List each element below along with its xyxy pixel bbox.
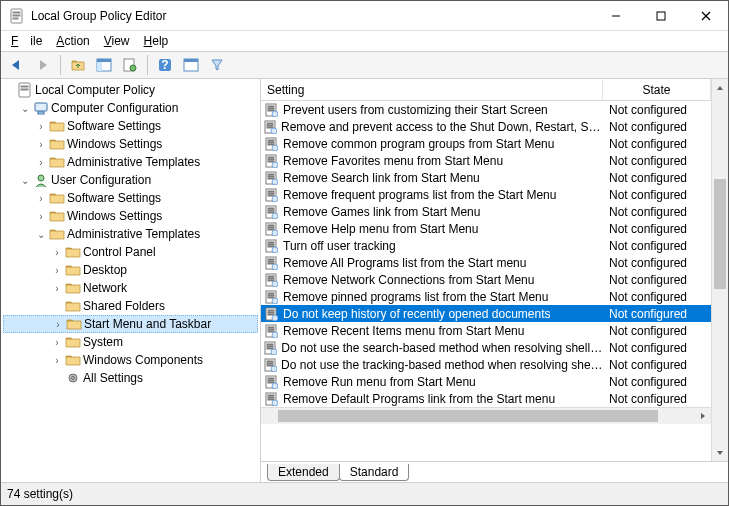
- folder-open-icon: [66, 316, 82, 332]
- help-button[interactable]: ?: [153, 54, 177, 76]
- collapse-icon[interactable]: ⌄: [35, 228, 47, 240]
- policy-row[interactable]: Remove frequent programs list from the S…: [261, 186, 711, 203]
- collapse-icon[interactable]: ⌄: [19, 174, 31, 186]
- svg-rect-32: [267, 125, 273, 126]
- expand-icon[interactable]: ›: [52, 318, 64, 330]
- tree-start-menu-taskbar[interactable]: ›Start Menu and Taskbar: [3, 315, 258, 333]
- tab-standard[interactable]: Standard: [339, 464, 410, 481]
- scroll-thumb[interactable]: [714, 179, 726, 289]
- tree-uc-admtemplates[interactable]: ⌄Administrative Templates: [3, 225, 258, 243]
- svg-point-109: [272, 383, 278, 389]
- svg-rect-62: [268, 227, 274, 228]
- policy-setting-icon: [263, 187, 279, 203]
- policy-row[interactable]: Remove Run menu from Start MenuNot confi…: [261, 373, 711, 390]
- expand-icon[interactable]: ›: [51, 282, 63, 294]
- policy-row[interactable]: Remove All Programs list from the Start …: [261, 254, 711, 271]
- policy-row[interactable]: Do not keep history of recently opened d…: [261, 305, 711, 322]
- tree-cc-admtemplates[interactable]: ›Administrative Templates: [3, 153, 258, 171]
- tree-windows-components[interactable]: ›Windows Components: [3, 351, 258, 369]
- vertical-scrollbar[interactable]: [711, 79, 728, 461]
- policy-state: Not configured: [603, 375, 711, 389]
- status-text: 74 setting(s): [7, 487, 73, 501]
- policy-row[interactable]: Do not use the tracking-based method whe…: [261, 356, 711, 373]
- menu-file[interactable]: Fdocument.currentScript.previousElementS…: [5, 33, 48, 49]
- expand-icon[interactable]: ›: [51, 336, 63, 348]
- tree-label: Windows Settings: [67, 137, 162, 151]
- policy-row[interactable]: Remove Network Connections from Start Me…: [261, 271, 711, 288]
- up-button[interactable]: [66, 54, 90, 76]
- minimize-button[interactable]: [593, 1, 638, 30]
- policy-row[interactable]: Remove common program groups from Start …: [261, 135, 711, 152]
- policy-row[interactable]: Remove Search link from Start MenuNot co…: [261, 169, 711, 186]
- tree-user-config[interactable]: ⌄ User Configuration: [3, 171, 258, 189]
- menu-help[interactable]: Help: [138, 33, 175, 49]
- tree-cc-windows[interactable]: ›Windows Settings: [3, 135, 258, 153]
- scroll-thumb[interactable]: [278, 410, 658, 422]
- policy-name: Remove Favorites menu from Start Menu: [283, 154, 503, 168]
- svg-rect-81: [268, 293, 274, 294]
- twist-icon[interactable]: [3, 84, 15, 96]
- policy-row[interactable]: Remove Help menu from Start MenuNot conf…: [261, 220, 711, 237]
- expand-icon[interactable]: ›: [51, 264, 63, 276]
- policy-name: Remove Search link from Start Menu: [283, 171, 480, 185]
- tree-control-panel[interactable]: ›Control Panel: [3, 243, 258, 261]
- expand-icon[interactable]: ›: [35, 192, 47, 204]
- properties-button[interactable]: [179, 54, 203, 76]
- scroll-down-arrow[interactable]: [712, 444, 728, 461]
- expand-icon[interactable]: ›: [35, 210, 47, 222]
- tree-system[interactable]: ›System: [3, 333, 258, 351]
- policy-name: Remove Games link from Start Menu: [283, 205, 480, 219]
- policy-name: Turn off user tracking: [283, 239, 396, 253]
- svg-point-74: [272, 264, 278, 270]
- forward-button[interactable]: [31, 54, 55, 76]
- tree-cc-software[interactable]: ›Software Settings: [3, 117, 258, 135]
- policy-row[interactable]: Remove Recent Items menu from Start Menu…: [261, 322, 711, 339]
- menu-action[interactable]: Action: [50, 33, 95, 49]
- expand-icon[interactable]: ›: [35, 156, 47, 168]
- policy-row[interactable]: Turn off user trackingNot configured: [261, 237, 711, 254]
- policy-row[interactable]: Remove pinned programs list from the Sta…: [261, 288, 711, 305]
- svg-point-114: [272, 400, 278, 406]
- tree-uc-software[interactable]: ›Software Settings: [3, 189, 258, 207]
- expand-icon[interactable]: ›: [51, 354, 63, 366]
- svg-rect-21: [38, 112, 44, 114]
- filter-button[interactable]: [205, 54, 229, 76]
- svg-rect-83: [268, 297, 274, 298]
- policy-row[interactable]: Prevent users from customizing their Sta…: [261, 101, 711, 118]
- horizontal-scrollbar[interactable]: [261, 407, 711, 424]
- show-hide-tree-button[interactable]: [92, 54, 116, 76]
- tree-uc-windows[interactable]: ›Windows Settings: [3, 207, 258, 225]
- policy-row[interactable]: Remove Favorites menu from Start MenuNot…: [261, 152, 711, 169]
- policy-row[interactable]: Remove Default Programs link from the St…: [261, 390, 711, 407]
- tree-desktop[interactable]: ›Desktop: [3, 261, 258, 279]
- svg-rect-103: [267, 365, 273, 366]
- expand-icon[interactable]: ›: [51, 246, 63, 258]
- policy-row[interactable]: Do not use the search-based method when …: [261, 339, 711, 356]
- policy-row[interactable]: Remove and prevent access to the Shut Do…: [261, 118, 711, 135]
- column-setting[interactable]: Setting: [261, 79, 603, 100]
- policy-row[interactable]: Remove Games link from Start MenuNot con…: [261, 203, 711, 220]
- svg-rect-1: [13, 12, 20, 13]
- column-state[interactable]: State: [603, 79, 711, 100]
- tree-network[interactable]: ›Network: [3, 279, 258, 297]
- tree-computer-config[interactable]: ⌄ Computer Configuration: [3, 99, 258, 117]
- tree-root[interactable]: Local Computer Policy: [3, 81, 258, 99]
- scroll-right-arrow[interactable]: [694, 408, 711, 424]
- tree-shared-folders[interactable]: Shared Folders: [3, 297, 258, 315]
- menu-view[interactable]: View: [98, 33, 136, 49]
- collapse-icon[interactable]: ⌄: [19, 102, 31, 114]
- tree-all-settings[interactable]: All Settings: [3, 369, 258, 387]
- svg-rect-82: [268, 295, 274, 296]
- folder-icon: [49, 118, 65, 134]
- tab-extended[interactable]: Extended: [267, 464, 340, 481]
- maximize-button[interactable]: [638, 1, 683, 30]
- scroll-up-arrow[interactable]: [712, 79, 728, 96]
- svg-rect-92: [268, 329, 274, 330]
- expand-icon[interactable]: ›: [35, 120, 47, 132]
- list-rows[interactable]: Prevent users from customizing their Sta…: [261, 101, 711, 407]
- close-button[interactable]: [683, 1, 728, 30]
- tree-pane[interactable]: Local Computer Policy ⌄ Computer Configu…: [1, 79, 261, 482]
- expand-icon[interactable]: ›: [35, 138, 47, 150]
- refresh-button[interactable]: [118, 54, 142, 76]
- back-button[interactable]: [5, 54, 29, 76]
